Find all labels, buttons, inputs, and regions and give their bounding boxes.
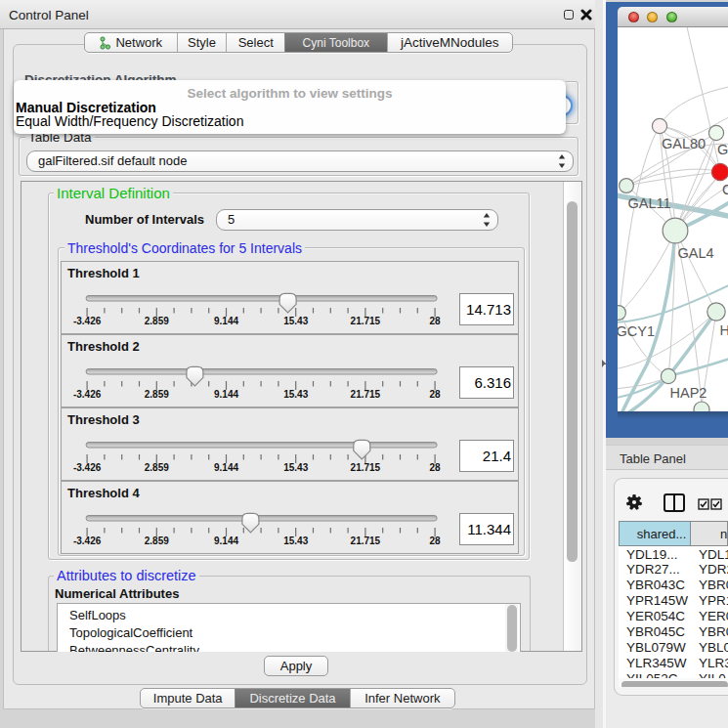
svg-text:GAL4: GAL4: [678, 245, 714, 261]
svg-text:HAP2: HAP2: [670, 385, 707, 401]
svg-text:GAL8: GAL8: [717, 142, 728, 157]
svg-text:HA: HA: [720, 322, 728, 338]
svg-text:GAL11: GAL11: [628, 195, 671, 211]
svg-text:CY: CY: [722, 182, 728, 197]
svg-text:GAL80: GAL80: [662, 136, 706, 151]
svg-text:GCY1: GCY1: [618, 323, 655, 339]
